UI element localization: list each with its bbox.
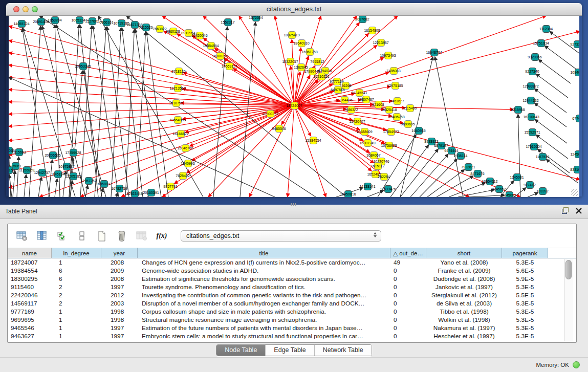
graph-node[interactable]: 16958107	[100, 180, 108, 188]
graph-node[interactable]: 9329966	[531, 53, 539, 61]
graph-node[interactable]: 9227340	[529, 68, 536, 75]
graph-node[interactable]: 1527602	[89, 17, 96, 25]
table-row[interactable]: 946554611997Estimation of the future num…	[8, 324, 576, 332]
graph-node[interactable]: 12975185	[391, 82, 399, 90]
graph-node[interactable]: 8938923	[428, 138, 435, 145]
tab-edge-table[interactable]: Edge Table	[266, 345, 314, 356]
cell-pagerank[interactable]: 5.3E-5	[502, 283, 548, 291]
cell-short[interactable]: Stergiakouli et al. (2012)	[426, 291, 502, 299]
cell-pagerank[interactable]: 5.9E-5	[502, 275, 548, 283]
table-settings-icon[interactable]	[16, 230, 28, 242]
graph-node[interactable]: 2718120	[175, 68, 183, 75]
cell-out_degree[interactable]: 0	[390, 332, 426, 340]
graph-node[interactable]: 16648784	[430, 49, 438, 56]
cell-year[interactable]: 2008	[101, 258, 138, 267]
cell-in_degree[interactable]: 2	[52, 299, 101, 308]
graph-node[interactable]: 8331054	[574, 166, 580, 173]
table-row[interactable]: 977716911998Corpus callosum shape and si…	[8, 308, 576, 316]
cell-title[interactable]: Estimation of the future numbers of pati…	[138, 324, 390, 332]
cell-short[interactable]: Nakamura et al. (1997)	[426, 324, 502, 332]
cell-short[interactable]: Yano et al. (2008)	[426, 258, 502, 267]
table-row[interactable]: 911546021997Tourette syndrome. Phenomeno…	[8, 283, 576, 291]
graph-node[interactable]: 16807249	[364, 139, 372, 147]
cell-title[interactable]: Structural magnetic resonance image aver…	[138, 316, 390, 324]
graph-node[interactable]: 7932621	[465, 163, 472, 171]
graph-node[interactable]: 20364436	[341, 96, 349, 104]
graph-node[interactable]: 20160597	[9, 147, 13, 155]
graph-node[interactable]: 7625402	[179, 172, 187, 180]
graph-node[interactable]: 977412	[526, 181, 534, 189]
graph-node[interactable]: 1112384	[542, 25, 550, 33]
table-row[interactable]: 969969511998Structural magnetic resonanc…	[8, 316, 576, 324]
graph-node[interactable]: 9115460	[406, 104, 414, 112]
column-header-out_degree[interactable]: △ out_de…	[390, 248, 426, 258]
graph-node[interactable]: 18640910	[298, 39, 306, 47]
cell-short[interactable]: Wolkin et al. (1998)	[426, 316, 502, 324]
table-row[interactable]: 1456911722003Disruption of a novel membe…	[8, 299, 576, 308]
graph-node[interactable]: 1552317	[224, 18, 232, 26]
cell-short[interactable]: Jankovic et al. (1997)	[426, 283, 502, 291]
graph-node[interactable]: 9857791	[167, 183, 175, 190]
memory-status-indicator[interactable]	[573, 361, 580, 368]
graph-node[interactable]: 7986322	[347, 106, 355, 114]
cell-year[interactable]: 2009	[101, 267, 138, 275]
column-header-in_degree[interactable]: in_degree	[52, 248, 101, 258]
cell-in_degree[interactable]: 6	[52, 275, 101, 283]
cell-in_degree[interactable]: 1	[52, 332, 101, 340]
splitter-grip[interactable]	[291, 203, 296, 206]
cell-year[interactable]: 1997	[101, 324, 138, 332]
graph-node[interactable]: 10973493	[384, 52, 392, 59]
function-builder-icon[interactable]: f(x)	[156, 230, 168, 242]
cell-pagerank[interactable]: 5.3E-5	[502, 299, 548, 308]
graph-node[interactable]: 1145194	[54, 170, 62, 178]
graph-node[interactable]: 20891406	[37, 18, 45, 26]
graph-node[interactable]: 9273341	[574, 40, 580, 48]
graph-node[interactable]: 10975887	[63, 163, 71, 170]
column-header-title[interactable]: title	[138, 248, 390, 258]
table-row[interactable]: 946362711997Embryonic stem cells: a mode…	[8, 332, 576, 340]
cell-in_degree[interactable]: 2	[52, 291, 101, 299]
graph-node[interactable]: 12444132	[527, 97, 535, 104]
table-scrollbar-thumb[interactable]	[565, 260, 572, 279]
graph-node[interactable]: 15720407	[354, 118, 361, 125]
table-row[interactable]: 1872400712008Changes of HCN gene express…	[8, 258, 576, 267]
graph-node[interactable]: 20206526	[49, 151, 57, 159]
graph-node[interactable]: 12213563	[174, 84, 182, 92]
graph-node[interactable]: 1810755	[172, 99, 180, 107]
column-header-name[interactable]: name	[8, 248, 52, 258]
cell-in_degree[interactable]: 1	[52, 308, 101, 316]
graph-node[interactable]: 1362645	[297, 63, 305, 71]
cell-in_degree[interactable]: 1	[52, 324, 101, 332]
cell-pagerank[interactable]: 5.3E-5	[502, 308, 548, 316]
graph-node[interactable]: 17359928	[70, 149, 77, 157]
graph-node[interactable]: 1615112	[374, 162, 382, 170]
cell-title[interactable]: Disruption of a novel member of a sodium…	[138, 299, 390, 308]
graph-node[interactable]: 16210643	[528, 113, 535, 121]
cell-pagerank[interactable]: 5.3E-5	[502, 324, 548, 332]
graph-node[interactable]: 14671388	[131, 21, 139, 29]
graph-node[interactable]: 18724007	[291, 102, 298, 110]
graph-node[interactable]: 19384554	[207, 42, 215, 50]
cell-name[interactable]: 14569117	[8, 299, 52, 308]
table-row[interactable]: 1830029562008Estimation of significance …	[8, 275, 576, 283]
graph-node[interactable]: 14569117	[226, 62, 233, 70]
cell-year[interactable]: 2003	[101, 299, 138, 308]
graph-node[interactable]: 20053346	[79, 62, 87, 70]
graph-node[interactable]: 6497568	[334, 86, 342, 94]
cell-pagerank[interactable]: 5.3E-5	[502, 332, 548, 340]
graph-node[interactable]: 9777169	[333, 78, 341, 85]
cell-out_degree[interactable]: 0	[390, 324, 426, 332]
graph-node[interactable]: 12093872	[527, 82, 535, 90]
graph-node[interactable]: 15592971	[529, 128, 536, 136]
table-row[interactable]: 1938455462009Genome-wide association stu…	[8, 267, 576, 275]
graph-node[interactable]: 6879197	[438, 142, 445, 149]
cell-title[interactable]: Investigating the contribution of common…	[138, 291, 390, 299]
graph-node[interactable]: 7663822	[156, 25, 164, 33]
float-panel-icon[interactable]	[562, 207, 569, 214]
cell-pagerank[interactable]: 5.3E-5	[502, 316, 548, 324]
graph-node[interactable]: 17990448	[309, 68, 316, 75]
cell-title[interactable]: Genome-wide association studies in ADHD.	[138, 267, 390, 275]
graph-node[interactable]: 12450816	[344, 190, 352, 198]
cell-in_degree[interactable]: 6	[52, 267, 101, 275]
graph-node[interactable]: 16782759	[116, 185, 123, 192]
